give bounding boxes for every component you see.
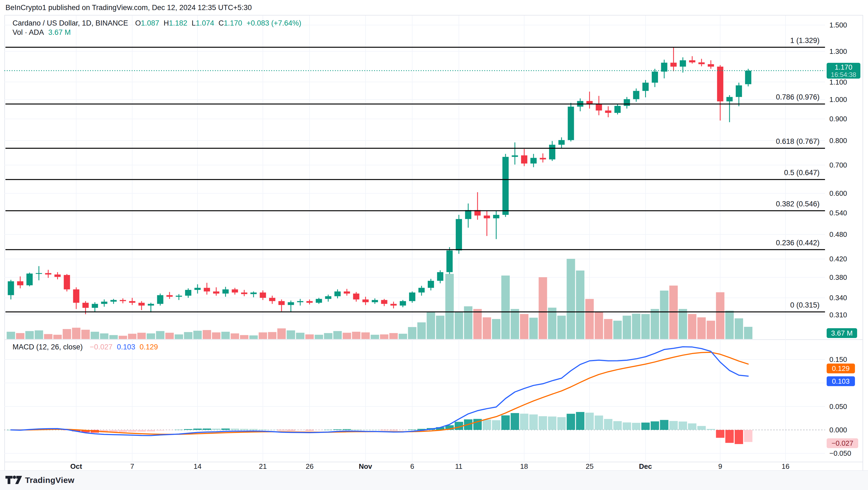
symbol-legend[interactable]: Cardano / US Dollar, 1D, BINANCE O1.087 …	[12, 19, 301, 28]
price-axis-label: 0.340	[829, 294, 847, 302]
candle	[222, 289, 228, 293]
candle	[540, 158, 546, 160]
volume-bar	[259, 332, 267, 339]
volume-bar	[483, 317, 491, 339]
volume-bar	[455, 313, 463, 339]
volume-bar	[324, 333, 333, 339]
candle	[325, 296, 332, 299]
macd-hist-value: −0.027	[90, 343, 113, 351]
macd-histogram-bar	[221, 429, 230, 430]
candle	[120, 300, 126, 301]
candle	[306, 301, 313, 303]
low-label: L	[191, 19, 196, 28]
candle	[549, 145, 555, 159]
macd-histogram-bar	[175, 430, 183, 430]
high-label: H	[163, 19, 169, 28]
fib-level-label[interactable]: 0.382 (0.546)	[667, 200, 819, 208]
candle	[671, 63, 677, 67]
volume-bar	[287, 330, 295, 339]
macd-histogram-bar	[371, 430, 379, 430]
volume-bar	[63, 329, 71, 339]
time-axis-label: 18	[508, 462, 540, 470]
footer[interactable]: TradingView	[5, 475, 74, 485]
macd-histogram-bar	[539, 416, 547, 430]
macd-histogram-bar	[352, 429, 361, 430]
volume-bar	[44, 334, 53, 339]
time-axis-label: 21	[247, 462, 279, 470]
volume-legend[interactable]: Vol · ADA 3.67 M	[12, 28, 71, 37]
volume-badge: 3.67 M	[827, 328, 857, 338]
low-value: 1.074	[196, 19, 214, 28]
macd-title[interactable]: MACD (12, 26, close)	[12, 343, 83, 351]
candle	[502, 157, 508, 215]
volume-bar	[110, 335, 118, 339]
volume-bar	[464, 306, 472, 339]
macd-line-value: 0.103	[117, 343, 135, 351]
macd-legend[interactable]: MACD (12, 26, close) −0.027 0.103 0.129	[12, 343, 158, 351]
macd-histogram-bar	[231, 429, 239, 430]
macd-histogram-bar	[670, 421, 678, 430]
fib-level-label[interactable]: 0.5 (0.647)	[667, 169, 819, 177]
macd-histogram-bar	[501, 416, 509, 430]
high-value: 1.182	[169, 19, 187, 28]
time-axis-label: 26	[293, 462, 326, 470]
candle	[204, 288, 210, 292]
symbol-title[interactable]: Cardano / US Dollar, 1D, BINANCE	[12, 19, 128, 28]
volume-bar	[651, 309, 659, 339]
macd-axis-label: 0.050	[829, 402, 847, 411]
time-axis-label: Dec	[629, 462, 662, 470]
candle	[269, 298, 275, 301]
candle	[456, 219, 462, 251]
volume-bar	[501, 275, 509, 339]
time-axis-label: 25	[573, 462, 606, 470]
volume-bar	[305, 334, 314, 339]
candle	[652, 71, 658, 83]
candle	[288, 302, 294, 305]
macd-axis-label: 0.000	[829, 426, 847, 434]
close-value: 1.170	[224, 19, 242, 28]
volume-bar	[529, 318, 538, 339]
volume-bar	[100, 333, 108, 339]
volume-bar	[333, 331, 342, 339]
candle	[708, 64, 714, 67]
candle	[278, 301, 285, 305]
candle	[73, 289, 80, 303]
fib-level-label[interactable]: 0.618 (0.767)	[667, 137, 819, 146]
volume-bar	[91, 332, 99, 339]
volume-bar	[641, 314, 650, 339]
candle	[624, 99, 630, 106]
candle	[558, 140, 565, 145]
candle	[699, 62, 705, 64]
candle	[437, 272, 443, 281]
macd-histogram-bar	[184, 429, 192, 430]
time-axis-label: 9	[704, 462, 737, 470]
candle	[148, 304, 154, 306]
fib-level-label[interactable]: 0 (0.315)	[667, 301, 819, 309]
macd-histogram-bar	[249, 429, 258, 430]
candle	[605, 110, 612, 113]
macd-histogram-bar	[193, 429, 202, 430]
volume-bar	[156, 331, 164, 339]
candle	[586, 101, 593, 104]
candle	[614, 106, 621, 113]
macd-signal-badge: 0.129	[827, 364, 855, 373]
volume-bar	[390, 333, 398, 339]
price-axis-label: 0.420	[829, 255, 847, 263]
macd-histogram-bar	[707, 429, 715, 430]
macd-histogram-bar	[408, 430, 416, 430]
candle	[297, 301, 303, 302]
macd-histogram-bar	[119, 430, 127, 432]
fib-level-label[interactable]: 0.236 (0.442)	[667, 239, 819, 247]
volume-bar	[72, 328, 81, 339]
candle	[633, 91, 640, 99]
macd-histogram-bar	[529, 415, 538, 430]
fib-level-label[interactable]: 1 (1.329)	[667, 36, 819, 45]
candle	[596, 104, 602, 110]
time-axis-label: Nov	[349, 462, 382, 470]
volume-bar	[165, 333, 174, 339]
macd-histogram-bar	[240, 429, 248, 430]
candle	[661, 63, 668, 71]
candle	[17, 281, 23, 285]
candle	[260, 293, 266, 298]
fib-level-label[interactable]: 0.786 (0.976)	[667, 93, 819, 101]
